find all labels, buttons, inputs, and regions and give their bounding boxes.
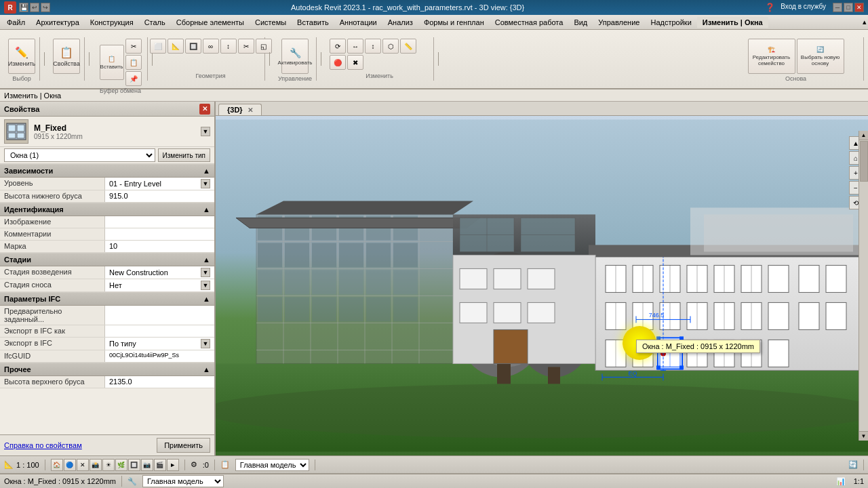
level-btn[interactable]: ▼: [201, 179, 210, 188]
geom-btn1[interactable]: ⬜: [150, 39, 166, 54]
menu-construction[interactable]: Конструкция: [85, 17, 139, 28]
prop-value-guid[interactable]: 00CjL9Oi14tu4iiPw9P_Ss: [105, 350, 214, 362]
help-icon[interactable]: ❓: [765, 3, 775, 12]
menu-collaborate[interactable]: Совместная работа: [490, 17, 569, 28]
svg-rect-42: [366, 298, 391, 322]
save-btn[interactable]: 💾: [19, 3, 28, 12]
view-tab-close[interactable]: ✕: [248, 106, 253, 114]
apply-btn[interactable]: Применить: [157, 438, 210, 453]
prop-value-mark[interactable]: 10: [105, 241, 214, 252]
ribbon-expand-btn[interactable]: ▴: [863, 18, 867, 26]
mod-btn5[interactable]: 📏: [400, 39, 416, 54]
panel-close-btn[interactable]: ✕: [199, 104, 210, 115]
construction-btn[interactable]: ▼: [201, 268, 210, 277]
menu-file[interactable]: Файл: [1, 17, 31, 28]
scroll-thumb[interactable]: [860, 141, 868, 182]
geom-btn4[interactable]: ∞: [203, 39, 219, 54]
view-btn6[interactable]: 🌿: [115, 459, 127, 471]
view-btn3[interactable]: ✕: [77, 459, 89, 471]
redo-btn[interactable]: ↪: [41, 3, 50, 12]
geom-btn6[interactable]: ✂: [238, 39, 254, 54]
section-ifc[interactable]: Параметры IFC ▲: [0, 292, 214, 306]
menu-steel[interactable]: Сталь: [139, 17, 171, 28]
activate-icon: 🔧: [290, 47, 301, 58]
view-btn5[interactable]: ☀: [102, 459, 115, 471]
menu-addins[interactable]: Надстройки: [645, 17, 696, 28]
svg-rect-43: [393, 298, 418, 322]
edit-family-btn[interactable]: 🏗️ Редактировать семейство: [748, 39, 795, 74]
mod-btn7[interactable]: ✖: [347, 55, 363, 70]
copy-btn[interactable]: 📋: [125, 55, 142, 70]
menu-precast[interactable]: Сборные элементы: [171, 17, 250, 28]
menu-analyze[interactable]: Анализ: [382, 17, 418, 28]
mod-btn4[interactable]: ⬡: [382, 39, 399, 54]
maximize-btn[interactable]: □: [844, 3, 853, 12]
change-type-btn[interactable]: Изменить тип: [158, 148, 210, 162]
section-stages[interactable]: Стадии ▲: [0, 253, 214, 266]
workset-select2[interactable]: Главная модель: [142, 475, 224, 487]
geom-btn3[interactable]: 🔲: [185, 39, 201, 54]
panel-scroll[interactable]: Зависимости ▲ Уровень 01 - Entry Level ▼…: [0, 164, 214, 434]
expand-btn[interactable]: ▼: [201, 127, 210, 136]
view-btn10[interactable]: ►: [167, 459, 179, 471]
activate-btn[interactable]: 🔧 Активировать: [281, 39, 309, 74]
cut-btn[interactable]: ✂: [125, 39, 142, 54]
undo-btn[interactable]: ↩: [30, 3, 39, 12]
scroll-bar-vertical[interactable]: ▲ ▼: [859, 131, 868, 441]
demolish-btn[interactable]: ▼: [201, 281, 210, 290]
export-ifc-btn[interactable]: ▼: [201, 339, 210, 348]
view-btn8[interactable]: 📷: [141, 459, 153, 471]
workset-select[interactable]: Главная модель: [235, 459, 309, 471]
mod-btn3[interactable]: ↕: [365, 39, 381, 54]
prop-value-predefined[interactable]: [105, 306, 214, 325]
panel-footer: Справка по свойствам Применить: [0, 434, 214, 455]
section-dependencies[interactable]: Зависимости ▲: [0, 164, 214, 178]
windows-row1: [606, 266, 846, 293]
geom-btn7[interactable]: ◱: [256, 39, 272, 54]
login-btn[interactable]: Вход в службу: [781, 3, 826, 12]
geom-btn5[interactable]: ↕: [220, 39, 237, 54]
element-row: M_Fixed 0915 x 1220mm ▼: [0, 117, 214, 147]
help-link[interactable]: Справка по свойствам: [4, 441, 82, 449]
menu-modify-windows[interactable]: Изменить | Окна: [697, 17, 768, 28]
prop-value-export-as[interactable]: [105, 325, 214, 337]
ribbon-group-btns-geometry: ⬜ 📐 🔲 ∞ ↕ ✂ ◱: [150, 39, 272, 54]
modify-btn[interactable]: ✏️ Изменить: [8, 39, 35, 74]
prop-value-top-sill[interactable]: 2135.0: [105, 376, 214, 388]
view-tab-3d[interactable]: {3D} ✕: [218, 104, 262, 115]
menu-view[interactable]: Вид: [568, 17, 593, 28]
properties-btn[interactable]: 📋 Свойства: [53, 39, 80, 74]
menu-systems[interactable]: Системы: [250, 17, 292, 28]
scroll-down-btn[interactable]: ▼: [859, 431, 868, 441]
menu-annotate[interactable]: Аннотации: [334, 17, 382, 28]
status-sep5: [863, 460, 864, 470]
view-btn1[interactable]: 🏠: [51, 459, 63, 471]
menu-architecture[interactable]: Архитектура: [31, 17, 85, 28]
menu-forms[interactable]: Формы и генплан: [418, 17, 490, 28]
sep3: [152, 52, 153, 66]
scene-container[interactable]: 746.5 EQ: [216, 116, 868, 455]
mod-btn1[interactable]: ⟳: [330, 39, 346, 54]
section-other[interactable]: Прочее ▲: [0, 363, 214, 376]
section-id[interactable]: Идентификация ▲: [0, 203, 214, 216]
minimize-btn[interactable]: ─: [833, 3, 842, 12]
mod-btn2[interactable]: ↔: [347, 39, 363, 54]
view-btn9[interactable]: 🎬: [154, 459, 166, 471]
view-btn2[interactable]: 🔵: [64, 459, 76, 471]
paste-btn[interactable]: 📋 Вставить: [100, 45, 124, 80]
close-btn[interactable]: ✕: [854, 3, 864, 12]
menu-manage[interactable]: Управление: [593, 17, 645, 28]
view-btn4[interactable]: 📸: [90, 459, 102, 471]
view-btn7[interactable]: 🔲: [128, 459, 140, 471]
prop-value-sill[interactable]: 915.0: [105, 190, 214, 202]
new-host-btn[interactable]: 🔄 Выбрать новую основу: [797, 39, 844, 74]
element-select[interactable]: Окна (1): [4, 148, 155, 162]
prop-value-comments[interactable]: [105, 228, 214, 240]
paste2-btn[interactable]: 📌: [125, 71, 142, 86]
menu-insert[interactable]: Вставить: [292, 17, 334, 28]
sep6: [438, 52, 439, 66]
mod-btn6[interactable]: 🔴: [330, 55, 346, 70]
geom-btn2[interactable]: 📐: [167, 39, 184, 54]
prop-value-image[interactable]: [105, 216, 214, 228]
scroll-up-btn[interactable]: ▲: [859, 131, 868, 140]
